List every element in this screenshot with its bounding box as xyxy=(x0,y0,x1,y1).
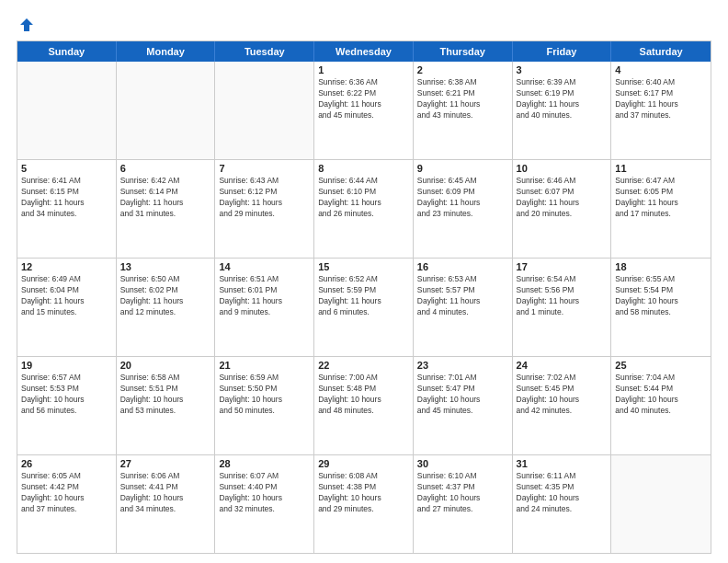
calendar-day-cell: 1Sunrise: 6:36 AM Sunset: 6:22 PM Daylig… xyxy=(314,62,414,159)
header xyxy=(17,17,711,33)
calendar-body: 1Sunrise: 6:36 AM Sunset: 6:22 PM Daylig… xyxy=(17,62,711,553)
calendar-day-cell: 18Sunrise: 6:55 AM Sunset: 5:54 PM Dayli… xyxy=(611,259,711,356)
day-number: 10 xyxy=(517,163,608,174)
day-number: 28 xyxy=(219,458,310,469)
calendar-row: 26Sunrise: 6:05 AM Sunset: 4:42 PM Dayli… xyxy=(17,454,711,553)
day-number: 9 xyxy=(417,163,508,174)
calendar-day-cell: 13Sunrise: 6:50 AM Sunset: 6:02 PM Dayli… xyxy=(117,259,216,356)
weekday-header: Wednesday xyxy=(314,41,414,62)
day-content: Sunrise: 6:52 AM Sunset: 5:59 PM Dayligh… xyxy=(318,274,409,318)
page: SundayMondayTuesdayWednesdayThursdayFrid… xyxy=(0,0,728,563)
weekday-header: Thursday xyxy=(414,41,513,62)
day-content: Sunrise: 6:46 AM Sunset: 6:07 PM Dayligh… xyxy=(517,176,608,220)
calendar-day-cell: 22Sunrise: 7:00 AM Sunset: 5:48 PM Dayli… xyxy=(314,357,414,454)
calendar-day-cell: 25Sunrise: 7:04 AM Sunset: 5:44 PM Dayli… xyxy=(611,357,711,454)
day-content: Sunrise: 6:43 AM Sunset: 6:12 PM Dayligh… xyxy=(219,176,310,220)
calendar-day-cell: 16Sunrise: 6:53 AM Sunset: 5:57 PM Dayli… xyxy=(414,259,513,356)
day-number: 29 xyxy=(318,458,409,469)
calendar-day-cell: 4Sunrise: 6:40 AM Sunset: 6:17 PM Daylig… xyxy=(611,62,711,159)
calendar-day-cell: 2Sunrise: 6:38 AM Sunset: 6:21 PM Daylig… xyxy=(414,62,513,159)
day-content: Sunrise: 6:55 AM Sunset: 5:54 PM Dayligh… xyxy=(615,274,707,318)
day-number: 14 xyxy=(219,261,310,272)
day-number: 20 xyxy=(120,360,211,371)
calendar-row: 1Sunrise: 6:36 AM Sunset: 6:22 PM Daylig… xyxy=(17,62,711,159)
calendar-day-cell: 5Sunrise: 6:41 AM Sunset: 6:15 PM Daylig… xyxy=(17,160,117,258)
calendar-day-cell: 11Sunrise: 6:47 AM Sunset: 6:05 PM Dayli… xyxy=(611,160,711,258)
calendar-day-cell: 26Sunrise: 6:05 AM Sunset: 4:42 PM Dayli… xyxy=(17,455,117,553)
calendar-day-cell: 6Sunrise: 6:42 AM Sunset: 6:14 PM Daylig… xyxy=(117,160,216,258)
calendar-day-cell: 29Sunrise: 6:08 AM Sunset: 4:38 PM Dayli… xyxy=(314,455,414,553)
day-number: 21 xyxy=(219,360,310,371)
day-content: Sunrise: 6:10 AM Sunset: 4:37 PM Dayligh… xyxy=(417,471,508,515)
day-content: Sunrise: 6:45 AM Sunset: 6:09 PM Dayligh… xyxy=(417,176,508,220)
calendar-day-cell: 31Sunrise: 6:11 AM Sunset: 4:35 PM Dayli… xyxy=(513,455,612,553)
day-number: 23 xyxy=(417,360,508,371)
day-content: Sunrise: 6:44 AM Sunset: 6:10 PM Dayligh… xyxy=(318,176,409,220)
day-content: Sunrise: 6:08 AM Sunset: 4:38 PM Dayligh… xyxy=(318,471,409,515)
calendar-day-cell: 20Sunrise: 6:58 AM Sunset: 5:51 PM Dayli… xyxy=(117,357,216,454)
day-content: Sunrise: 6:05 AM Sunset: 4:42 PM Dayligh… xyxy=(21,471,112,515)
day-number: 11 xyxy=(615,163,707,174)
day-content: Sunrise: 7:01 AM Sunset: 5:47 PM Dayligh… xyxy=(417,373,508,417)
day-content: Sunrise: 7:02 AM Sunset: 5:45 PM Dayligh… xyxy=(517,373,608,417)
day-number: 5 xyxy=(21,163,112,174)
calendar-day-cell: 9Sunrise: 6:45 AM Sunset: 6:09 PM Daylig… xyxy=(414,160,513,258)
calendar-day-cell: 19Sunrise: 6:57 AM Sunset: 5:53 PM Dayli… xyxy=(17,357,117,454)
day-number: 2 xyxy=(417,64,508,75)
calendar: SundayMondayTuesdayWednesdayThursdayFrid… xyxy=(17,40,711,554)
calendar-day-cell: 21Sunrise: 6:59 AM Sunset: 5:50 PM Dayli… xyxy=(215,357,314,454)
day-number: 8 xyxy=(318,163,409,174)
day-number: 16 xyxy=(417,261,508,272)
calendar-day-cell: 10Sunrise: 6:46 AM Sunset: 6:07 PM Dayli… xyxy=(513,160,612,258)
calendar-day-cell: 17Sunrise: 6:54 AM Sunset: 5:56 PM Dayli… xyxy=(513,259,612,356)
calendar-row: 5Sunrise: 6:41 AM Sunset: 6:15 PM Daylig… xyxy=(17,159,711,258)
weekday-header: Saturday xyxy=(611,41,711,62)
logo xyxy=(17,17,37,33)
weekday-header: Sunday xyxy=(17,41,117,62)
day-number: 15 xyxy=(318,261,409,272)
logo-icon xyxy=(18,17,35,33)
day-content: Sunrise: 6:06 AM Sunset: 4:41 PM Dayligh… xyxy=(120,471,211,515)
day-content: Sunrise: 6:54 AM Sunset: 5:56 PM Dayligh… xyxy=(517,274,608,318)
day-content: Sunrise: 6:38 AM Sunset: 6:21 PM Dayligh… xyxy=(417,77,508,121)
day-number: 13 xyxy=(120,261,211,272)
calendar-empty-cell xyxy=(17,62,117,159)
calendar-day-cell: 24Sunrise: 7:02 AM Sunset: 5:45 PM Dayli… xyxy=(513,357,612,454)
calendar-empty-cell xyxy=(117,62,216,159)
calendar-row: 19Sunrise: 6:57 AM Sunset: 5:53 PM Dayli… xyxy=(17,356,711,454)
day-content: Sunrise: 6:11 AM Sunset: 4:35 PM Dayligh… xyxy=(517,471,608,515)
day-number: 3 xyxy=(517,64,608,75)
weekday-header: Tuesday xyxy=(215,41,314,62)
day-number: 17 xyxy=(517,261,608,272)
calendar-day-cell: 12Sunrise: 6:49 AM Sunset: 6:04 PM Dayli… xyxy=(17,259,117,356)
day-number: 30 xyxy=(417,458,508,469)
day-number: 6 xyxy=(120,163,211,174)
day-content: Sunrise: 7:00 AM Sunset: 5:48 PM Dayligh… xyxy=(318,373,409,417)
day-number: 27 xyxy=(120,458,211,469)
calendar-day-cell: 3Sunrise: 6:39 AM Sunset: 6:19 PM Daylig… xyxy=(513,62,612,159)
calendar-day-cell: 23Sunrise: 7:01 AM Sunset: 5:47 PM Dayli… xyxy=(414,357,513,454)
calendar-day-cell: 14Sunrise: 6:51 AM Sunset: 6:01 PM Dayli… xyxy=(215,259,314,356)
day-content: Sunrise: 6:47 AM Sunset: 6:05 PM Dayligh… xyxy=(615,176,707,220)
calendar-day-cell: 7Sunrise: 6:43 AM Sunset: 6:12 PM Daylig… xyxy=(215,160,314,258)
calendar-header: SundayMondayTuesdayWednesdayThursdayFrid… xyxy=(17,41,711,62)
day-number: 22 xyxy=(318,360,409,371)
day-number: 18 xyxy=(615,261,707,272)
calendar-day-cell: 27Sunrise: 6:06 AM Sunset: 4:41 PM Dayli… xyxy=(117,455,216,553)
day-content: Sunrise: 6:39 AM Sunset: 6:19 PM Dayligh… xyxy=(517,77,608,121)
day-content: Sunrise: 6:53 AM Sunset: 5:57 PM Dayligh… xyxy=(417,274,508,318)
calendar-row: 12Sunrise: 6:49 AM Sunset: 6:04 PM Dayli… xyxy=(17,258,711,356)
day-content: Sunrise: 6:57 AM Sunset: 5:53 PM Dayligh… xyxy=(21,373,112,417)
day-content: Sunrise: 6:51 AM Sunset: 6:01 PM Dayligh… xyxy=(219,274,310,318)
day-number: 26 xyxy=(21,458,112,469)
calendar-day-cell: 8Sunrise: 6:44 AM Sunset: 6:10 PM Daylig… xyxy=(314,160,414,258)
weekday-header: Friday xyxy=(513,41,612,62)
day-number: 4 xyxy=(615,64,707,75)
day-number: 7 xyxy=(219,163,310,174)
day-number: 1 xyxy=(318,64,409,75)
calendar-day-cell: 15Sunrise: 6:52 AM Sunset: 5:59 PM Dayli… xyxy=(314,259,414,356)
day-content: Sunrise: 6:58 AM Sunset: 5:51 PM Dayligh… xyxy=(120,373,211,417)
calendar-day-cell: 30Sunrise: 6:10 AM Sunset: 4:37 PM Dayli… xyxy=(414,455,513,553)
day-number: 19 xyxy=(21,360,112,371)
day-content: Sunrise: 6:59 AM Sunset: 5:50 PM Dayligh… xyxy=(219,373,310,417)
